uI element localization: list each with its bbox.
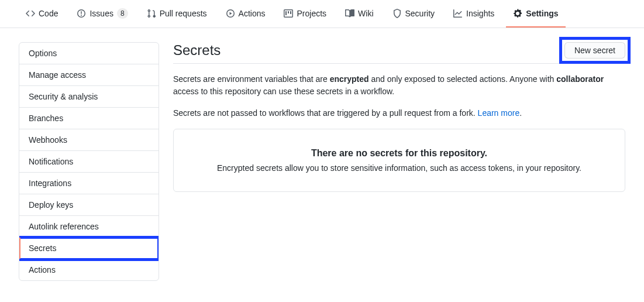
tab-pulls-label: Pull requests xyxy=(160,9,207,18)
page-header: Secrets New secret xyxy=(173,42,625,64)
sidebar-item-secrets[interactable]: Secrets xyxy=(19,238,159,259)
svg-rect-0 xyxy=(285,11,287,15)
empty-heading: There are no secrets for this repository… xyxy=(192,148,606,159)
gear-icon xyxy=(513,9,522,18)
sidebar-item-integrations[interactable]: Integrations xyxy=(19,173,159,194)
project-icon xyxy=(284,9,293,18)
new-secret-highlight: New secret xyxy=(561,39,629,62)
tab-wiki-label: Wiki xyxy=(358,9,373,18)
tab-security-label: Security xyxy=(405,9,435,18)
tab-actions-label: Actions xyxy=(239,9,266,18)
book-icon xyxy=(345,9,354,18)
tab-projects-label: Projects xyxy=(297,9,326,18)
tab-issues[interactable]: Issues 8 xyxy=(70,0,135,28)
sidebar-item-branches[interactable]: Branches xyxy=(19,108,159,129)
sidebar-item-notifications[interactable]: Notifications xyxy=(19,151,159,173)
sidebar-item-webhooks[interactable]: Webhooks xyxy=(19,129,159,151)
page-title: Secrets xyxy=(173,42,221,59)
tab-issues-label: Issues xyxy=(89,9,113,18)
tab-settings-label: Settings xyxy=(526,9,558,18)
tab-insights-label: Insights xyxy=(466,9,494,18)
svg-rect-2 xyxy=(290,11,291,14)
svg-rect-1 xyxy=(288,11,289,13)
sidebar-item-options[interactable]: Options xyxy=(19,43,159,64)
settings-sidebar: Options Manage access Security & analysi… xyxy=(19,42,159,281)
tab-pulls[interactable]: Pull requests xyxy=(140,0,214,28)
pull-request-icon xyxy=(147,9,156,18)
secrets-desc-1: Secrets are environment variables that a… xyxy=(173,73,625,98)
learn-more-link[interactable]: Learn more xyxy=(478,108,520,118)
tab-code[interactable]: Code xyxy=(19,0,65,28)
repo-topnav: Code Issues 8 Pull requests Actions Proj… xyxy=(0,0,644,28)
sidebar-item-actions[interactable]: Actions xyxy=(19,259,159,280)
issue-icon xyxy=(77,9,86,18)
issues-count: 8 xyxy=(117,8,128,19)
tab-security[interactable]: Security xyxy=(385,0,442,28)
secrets-desc-2: Secrets are not passed to workflows that… xyxy=(173,107,625,119)
tab-actions[interactable]: Actions xyxy=(219,0,273,28)
sidebar-item-deploy-keys[interactable]: Deploy keys xyxy=(19,194,159,216)
code-icon xyxy=(26,9,35,18)
sidebar-item-security-analysis[interactable]: Security & analysis xyxy=(19,86,159,108)
graph-icon xyxy=(453,9,463,18)
empty-subtext: Encrypted secrets allow you to store sen… xyxy=(192,163,606,173)
secrets-main: Secrets New secret Secrets are environme… xyxy=(173,42,625,192)
tab-code-label: Code xyxy=(39,9,58,18)
tab-wiki[interactable]: Wiki xyxy=(338,0,380,28)
tab-settings[interactable]: Settings xyxy=(506,0,565,28)
sidebar-item-autolink[interactable]: Autolink references xyxy=(19,216,159,238)
shield-icon xyxy=(392,9,402,18)
new-secret-button[interactable]: New secret xyxy=(564,42,625,59)
sidebar-item-manage-access[interactable]: Manage access xyxy=(19,64,159,86)
tab-projects[interactable]: Projects xyxy=(277,0,333,28)
tab-insights[interactable]: Insights xyxy=(446,0,501,28)
empty-secrets-box: There are no secrets for this repository… xyxy=(173,129,625,192)
settings-layout: Options Manage access Security & analysi… xyxy=(0,28,644,295)
play-icon xyxy=(226,9,235,18)
